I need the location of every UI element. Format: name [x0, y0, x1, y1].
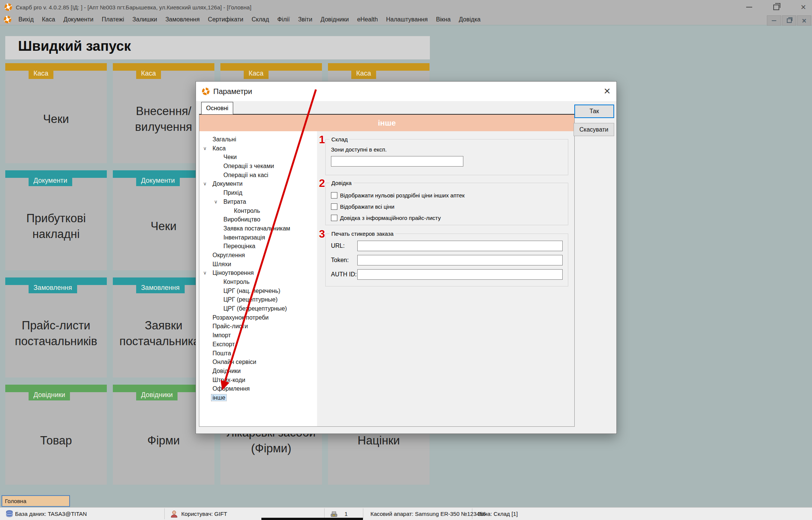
tree-item-label: Переоцінка — [222, 243, 257, 249]
menu-item-7[interactable]: Склад — [247, 14, 273, 25]
chevron-down-icon[interactable]: ∨ — [203, 144, 207, 153]
tree-item-12[interactable]: Переоцінка — [199, 242, 317, 251]
menu-item-12[interactable]: Налаштування — [382, 14, 432, 25]
chevron-down-icon[interactable]: ∨ — [203, 179, 207, 188]
menu-item-4[interactable]: Залишки — [128, 14, 161, 25]
tree-item-label: Заявка постачальникам — [222, 225, 291, 232]
tab-osnovni[interactable]: Основні — [201, 102, 233, 114]
menu-item-2[interactable]: Документи — [59, 14, 98, 25]
menu-item-9[interactable]: Звіти — [294, 14, 316, 25]
cancel-button[interactable]: Скасувати — [574, 123, 614, 136]
tree-item-4[interactable]: Операції на касі — [199, 171, 317, 180]
checkbox-row-2: Довідка з інформаційного прайс-листу — [331, 214, 441, 221]
menu-bar: ВихідКасаДокументиПлатежіЗалишкиЗамовлен… — [0, 14, 812, 26]
tile-category-chip: Замовлення — [29, 282, 77, 293]
tree-item-3[interactable]: Операції з чеками — [199, 162, 317, 171]
status-text-0: База даних: TASA3@TITAN — [15, 508, 87, 520]
zones-field-label: Зони доступні в експ. — [331, 146, 387, 153]
tree-item-24[interactable]: Пошта — [199, 349, 317, 358]
tree-item-10[interactable]: Заявка постачальникам — [199, 224, 317, 233]
tree-item-21[interactable]: Прайс-листи — [199, 322, 317, 331]
tile-r3c0[interactable]: ДовідникиТовар — [5, 385, 107, 485]
tree-item-15[interactable]: ∨Ціноутворення — [199, 268, 317, 277]
tree-item-25[interactable]: Онлайн сервіси — [199, 358, 317, 367]
zones-input[interactable] — [331, 156, 463, 167]
tree-item-23[interactable]: Експорт — [199, 340, 317, 349]
tree-item-26[interactable]: Довідники — [199, 367, 317, 376]
tree-item-22[interactable]: Імпорт — [199, 331, 317, 340]
menu-item-0[interactable]: Вихід — [14, 14, 38, 25]
menu-item-11[interactable]: eHealth — [353, 14, 382, 25]
restore-icon[interactable] — [771, 2, 781, 12]
menu-item-8[interactable]: Філії — [273, 14, 294, 25]
tree-item-18[interactable]: ЦРГ (рецептурные) — [199, 295, 317, 304]
checkbox-label: Відображати нульові роздрібні ціни інших… — [340, 192, 464, 199]
print-field-row-0: URL: — [331, 241, 563, 251]
tree-item-7[interactable]: ∨Витрата — [199, 197, 317, 206]
checkbox[interactable] — [331, 192, 337, 199]
mdi-restore-icon[interactable] — [782, 15, 796, 26]
tree-item-20[interactable]: Розрахунок потреби — [199, 313, 317, 322]
tile-category-bar — [328, 63, 430, 71]
mdi-minimize-icon[interactable] — [767, 15, 781, 26]
menu-item-5[interactable]: Замовлення — [161, 14, 204, 25]
field-input-2[interactable] — [357, 269, 563, 280]
tree-item-14[interactable]: Шляхи — [199, 260, 317, 269]
tree-item-label: Прихід — [222, 190, 243, 196]
chevron-down-icon[interactable]: ∨ — [203, 268, 207, 277]
tile-r2c0[interactable]: ЗамовленняПрайс-листи постачальників — [5, 277, 107, 377]
tree-item-label: Округлення — [211, 252, 246, 258]
minimize-icon[interactable] — [744, 2, 754, 12]
tile-category-bar — [220, 63, 322, 71]
mdi-window-controls: × — [767, 15, 811, 26]
tree-item-19[interactable]: ЦРГ (безрецептурные) — [199, 304, 317, 313]
tile-label: Чеки — [5, 79, 107, 159]
field-input-0[interactable] — [357, 241, 563, 251]
tree-item-29[interactable]: інше — [199, 393, 317, 402]
tile-r1c0[interactable]: ДокументиПрибуткові накладні — [5, 170, 107, 270]
window-title: Скарб pro v. 4.0.2.85 [ІД: ] - [Апт №003… — [16, 4, 251, 11]
tree-item-13[interactable]: Округлення — [199, 251, 317, 260]
menu-item-14[interactable]: Довідка — [455, 14, 485, 25]
cash-register-icon — [330, 510, 338, 518]
tree-item-8[interactable]: Контроль — [199, 206, 317, 215]
ok-button[interactable]: Так — [574, 105, 614, 118]
menu-item-13[interactable]: Вікна — [432, 14, 455, 25]
tree-item-0[interactable]: Загальні — [199, 135, 317, 144]
dialog-close-icon[interactable]: × — [604, 85, 610, 97]
tree-item-label: Операції з чеками — [222, 163, 275, 169]
field-input-1[interactable] — [357, 255, 563, 265]
tab-holovna[interactable]: Головна — [2, 495, 70, 507]
tree-item-2[interactable]: Чеки — [199, 153, 317, 162]
tree-item-9[interactable]: Виробництво — [199, 215, 317, 224]
tree-item-5[interactable]: ∨Документи — [199, 179, 317, 188]
tree-item-27[interactable]: Штрих-коди — [199, 376, 317, 385]
menu-item-10[interactable]: Довідники — [316, 14, 353, 25]
menu-item-3[interactable]: Платежі — [98, 14, 129, 25]
tree-item-label: Операції на касі — [222, 172, 269, 178]
close-icon[interactable]: × — [798, 2, 808, 12]
tree-item-28[interactable]: Оформлення — [199, 384, 317, 393]
annotation-number-1: 1 — [319, 133, 325, 146]
chevron-down-icon[interactable]: ∨ — [214, 197, 218, 206]
tree-item-17[interactable]: ЦРГ (нац. перечень) — [199, 287, 317, 296]
tree-item-label: Чеки — [222, 154, 238, 160]
menu-item-1[interactable]: Каса — [38, 14, 59, 25]
tree-item-1[interactable]: ∨Каса — [199, 144, 317, 153]
checkbox[interactable] — [331, 215, 337, 221]
tree-item-label: ЦРГ (нац. перечень) — [222, 288, 281, 294]
tree-item-label: ЦРГ (рецептурные) — [222, 296, 279, 303]
tree-item-16[interactable]: Контроль — [199, 277, 317, 287]
menu-item-6[interactable]: Сертифікати — [204, 14, 247, 25]
tree-item-label: Документи — [211, 180, 244, 187]
checkbox[interactable] — [331, 203, 337, 210]
tile-category-chip: Замовлення — [136, 282, 185, 293]
tree-item-label: Онлайн сервіси — [211, 359, 258, 365]
tile-category-chip: Довідники — [29, 389, 70, 400]
tile-category-chip: Документи — [136, 175, 180, 186]
tree-item-11[interactable]: Інвентаризація — [199, 233, 317, 242]
database-icon — [5, 510, 14, 518]
tile-r0c0[interactable]: КасаЧеки — [5, 63, 107, 163]
mdi-close-icon[interactable]: × — [797, 15, 811, 26]
tree-item-6[interactable]: Прихід — [199, 188, 317, 197]
